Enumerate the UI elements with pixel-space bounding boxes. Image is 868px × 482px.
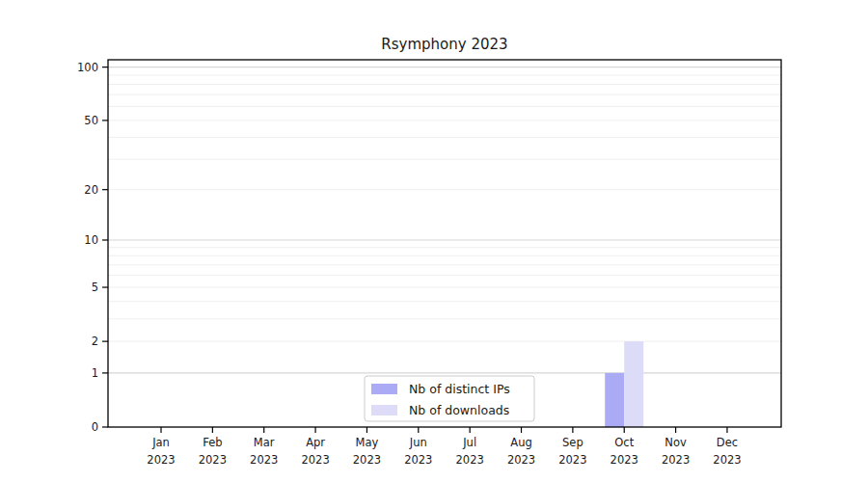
x-tick-label-month-jun-2023: Jun [409, 436, 427, 449]
y-tick-label-0: 0 [92, 420, 98, 434]
chart-title: Rsymphony 2023 [381, 36, 507, 53]
y-tick-label-10: 10 [84, 233, 98, 247]
x-tick-label-month-nov-2023: Nov [665, 436, 687, 449]
x-tick-label-year-aug-2023: 2023 [507, 453, 535, 467]
x-tick-label-month-apr-2023: Apr [306, 436, 325, 449]
x-tick-label-month-aug-2023: Aug [510, 436, 531, 449]
y-tick-label-1: 1 [92, 366, 98, 380]
y-tick-label-100: 100 [77, 61, 98, 74]
x-tick-label-month-jan-2023: Jan [151, 436, 170, 449]
legend-swatch-nb-of-distinct-ips [371, 384, 397, 394]
x-tick-label-month-may-2023: May [356, 436, 379, 449]
chart-canvas: 0125102050100Jan2023Feb2023Mar2023Apr202… [0, 0, 868, 482]
x-tick-label-month-oct-2023: Oct [614, 436, 634, 449]
x-tick-label-month-feb-2023: Feb [203, 436, 222, 449]
x-tick-label-year-jan-2023: 2023 [147, 453, 175, 467]
y-tick-label-5: 5 [92, 281, 98, 294]
x-tick-label-year-sep-2023: 2023 [558, 453, 586, 467]
y-tick-label-2: 2 [92, 335, 98, 348]
legend-label-nb-of-downloads: Nb of downloads [409, 403, 509, 417]
x-tick-label-month-sep-2023: Sep [562, 436, 583, 449]
y-tick-label-50: 50 [84, 114, 98, 127]
figure: 0125102050100Jan2023Feb2023Mar2023Apr202… [0, 0, 868, 482]
x-tick-label-year-oct-2023: 2023 [610, 453, 638, 467]
bar-nb-of-downloads-oct-2023 [624, 341, 643, 427]
x-tick-label-year-apr-2023: 2023 [301, 453, 329, 467]
y-tick-label-20: 20 [84, 183, 98, 197]
x-tick-label-year-feb-2023: 2023 [199, 453, 227, 467]
bar-nb-of-distinct-ips-oct-2023 [605, 373, 624, 427]
x-tick-label-month-mar-2023: Mar [254, 436, 275, 449]
x-tick-label-year-dec-2023: 2023 [713, 453, 741, 467]
x-tick-label-year-may-2023: 2023 [353, 453, 381, 467]
legend-label-nb-of-distinct-ips: Nb of distinct IPs [409, 382, 510, 396]
x-tick-label-month-dec-2023: Dec [717, 436, 738, 449]
plot-frame [108, 60, 781, 427]
legend-swatch-nb-of-downloads [371, 405, 397, 415]
x-tick-label-year-nov-2023: 2023 [662, 453, 690, 467]
x-tick-label-month-jul-2023: Jul [462, 436, 476, 449]
x-tick-label-year-mar-2023: 2023 [250, 453, 278, 467]
x-tick-label-year-jul-2023: 2023 [456, 453, 484, 467]
x-tick-label-year-jun-2023: 2023 [404, 453, 432, 467]
